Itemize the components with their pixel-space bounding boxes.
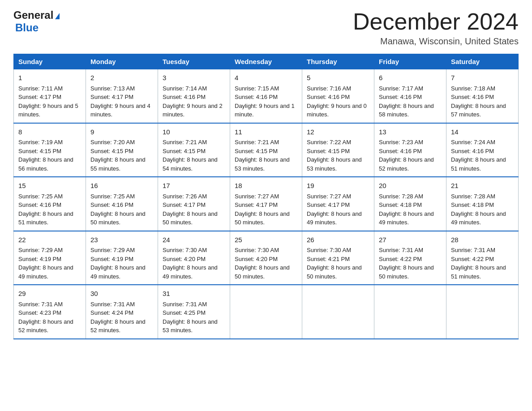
day-number: 21 [451, 181, 514, 191]
day-number: 10 [163, 127, 225, 137]
day-info: Sunrise: 7:11 AMSunset: 4:17 PMDaylight:… [18, 85, 78, 118]
table-row: 30 Sunrise: 7:31 AMSunset: 4:24 PMDaylig… [86, 285, 158, 339]
table-row: 12 Sunrise: 7:22 AMSunset: 4:15 PMDaylig… [302, 123, 374, 177]
day-info: Sunrise: 7:25 AMSunset: 4:16 PMDaylight:… [18, 193, 73, 226]
table-row: 25 Sunrise: 7:30 AMSunset: 4:20 PMDaylig… [230, 231, 302, 285]
day-number: 3 [163, 73, 225, 83]
table-row: 10 Sunrise: 7:21 AMSunset: 4:15 PMDaylig… [158, 123, 230, 177]
col-tuesday: Tuesday [158, 54, 230, 69]
logo-general-text: General [13, 9, 53, 21]
day-number: 22 [18, 235, 81, 245]
calendar-week-row: 1 Sunrise: 7:11 AMSunset: 4:17 PMDayligh… [14, 69, 519, 123]
table-row: 1 Sunrise: 7:11 AMSunset: 4:17 PMDayligh… [14, 69, 86, 123]
location-title: Manawa, Wisconsin, United States [353, 36, 519, 47]
day-number: 17 [163, 181, 225, 191]
day-number: 26 [307, 235, 369, 245]
table-row: 24 Sunrise: 7:30 AMSunset: 4:20 PMDaylig… [158, 231, 230, 285]
day-info: Sunrise: 7:31 AMSunset: 4:24 PMDaylight:… [90, 301, 146, 334]
col-thursday: Thursday [302, 54, 374, 69]
calendar-header-row: Sunday Monday Tuesday Wednesday Thursday… [14, 54, 519, 69]
table-row: 28 Sunrise: 7:31 AMSunset: 4:22 PMDaylig… [446, 231, 519, 285]
table-row: 8 Sunrise: 7:19 AMSunset: 4:15 PMDayligh… [14, 123, 86, 177]
table-row: 2 Sunrise: 7:13 AMSunset: 4:17 PMDayligh… [86, 69, 158, 123]
day-info: Sunrise: 7:31 AMSunset: 4:22 PMDaylight:… [451, 247, 506, 280]
table-row: 23 Sunrise: 7:29 AMSunset: 4:19 PMDaylig… [86, 231, 158, 285]
day-info: Sunrise: 7:23 AMSunset: 4:16 PMDaylight:… [379, 139, 434, 172]
day-info: Sunrise: 7:20 AMSunset: 4:15 PMDaylight:… [90, 139, 146, 172]
col-monday: Monday [86, 54, 158, 69]
day-info: Sunrise: 7:16 AMSunset: 4:16 PMDaylight:… [307, 85, 367, 118]
table-row: 6 Sunrise: 7:17 AMSunset: 4:16 PMDayligh… [374, 69, 446, 123]
title-block: December 2024 Manawa, Wisconsin, United … [353, 9, 519, 47]
day-info: Sunrise: 7:17 AMSunset: 4:16 PMDaylight:… [379, 85, 434, 118]
table-row [374, 285, 446, 339]
logo-triangle-icon [55, 13, 60, 19]
day-number: 8 [18, 127, 81, 137]
day-number: 31 [163, 289, 225, 299]
day-info: Sunrise: 7:27 AMSunset: 4:17 PMDaylight:… [307, 193, 362, 226]
table-row [302, 285, 374, 339]
table-row: 17 Sunrise: 7:26 AMSunset: 4:17 PMDaylig… [158, 177, 230, 231]
day-info: Sunrise: 7:14 AMSunset: 4:16 PMDaylight:… [163, 85, 223, 118]
calendar-week-row: 29 Sunrise: 7:31 AMSunset: 4:23 PMDaylig… [14, 285, 519, 339]
day-number: 4 [235, 73, 297, 83]
table-row: 20 Sunrise: 7:28 AMSunset: 4:18 PMDaylig… [374, 177, 446, 231]
day-number: 6 [379, 73, 442, 83]
table-row: 29 Sunrise: 7:31 AMSunset: 4:23 PMDaylig… [14, 285, 86, 339]
day-number: 5 [307, 73, 369, 83]
table-row: 3 Sunrise: 7:14 AMSunset: 4:16 PMDayligh… [158, 69, 230, 123]
day-number: 20 [379, 181, 442, 191]
day-number: 12 [307, 127, 369, 137]
table-row: 9 Sunrise: 7:20 AMSunset: 4:15 PMDayligh… [86, 123, 158, 177]
day-number: 9 [90, 127, 153, 137]
day-number: 19 [307, 181, 369, 191]
table-row: 7 Sunrise: 7:18 AMSunset: 4:16 PMDayligh… [446, 69, 519, 123]
day-number: 30 [90, 289, 153, 299]
col-saturday: Saturday [446, 54, 519, 69]
day-info: Sunrise: 7:29 AMSunset: 4:19 PMDaylight:… [90, 247, 146, 280]
logo: General Blue [13, 9, 60, 34]
day-number: 13 [379, 127, 442, 137]
col-sunday: Sunday [14, 54, 86, 69]
day-info: Sunrise: 7:26 AMSunset: 4:17 PMDaylight:… [163, 193, 218, 226]
page-header: General Blue December 2024 Manawa, Wisco… [13, 9, 519, 47]
day-info: Sunrise: 7:29 AMSunset: 4:19 PMDaylight:… [18, 247, 73, 280]
day-info: Sunrise: 7:28 AMSunset: 4:18 PMDaylight:… [379, 193, 434, 226]
day-number: 2 [90, 73, 153, 83]
table-row: 5 Sunrise: 7:16 AMSunset: 4:16 PMDayligh… [302, 69, 374, 123]
day-info: Sunrise: 7:30 AMSunset: 4:20 PMDaylight:… [235, 247, 290, 280]
day-info: Sunrise: 7:22 AMSunset: 4:15 PMDaylight:… [307, 139, 362, 172]
day-number: 16 [90, 181, 153, 191]
calendar-week-row: 22 Sunrise: 7:29 AMSunset: 4:19 PMDaylig… [14, 231, 519, 285]
day-info: Sunrise: 7:27 AMSunset: 4:17 PMDaylight:… [235, 193, 290, 226]
table-row: 26 Sunrise: 7:30 AMSunset: 4:21 PMDaylig… [302, 231, 374, 285]
day-number: 24 [163, 235, 225, 245]
col-wednesday: Wednesday [230, 54, 302, 69]
calendar-week-row: 8 Sunrise: 7:19 AMSunset: 4:15 PMDayligh… [14, 123, 519, 177]
logo-blue-text: Blue [15, 21, 39, 34]
table-row: 11 Sunrise: 7:21 AMSunset: 4:15 PMDaylig… [230, 123, 302, 177]
table-row [446, 285, 519, 339]
table-row: 15 Sunrise: 7:25 AMSunset: 4:16 PMDaylig… [14, 177, 86, 231]
col-friday: Friday [374, 54, 446, 69]
table-row: 4 Sunrise: 7:15 AMSunset: 4:16 PMDayligh… [230, 69, 302, 123]
table-row: 27 Sunrise: 7:31 AMSunset: 4:22 PMDaylig… [374, 231, 446, 285]
day-number: 14 [451, 127, 514, 137]
day-info: Sunrise: 7:21 AMSunset: 4:15 PMDaylight:… [235, 139, 290, 172]
day-info: Sunrise: 7:19 AMSunset: 4:15 PMDaylight:… [18, 139, 73, 172]
day-number: 1 [18, 73, 81, 83]
table-row: 22 Sunrise: 7:29 AMSunset: 4:19 PMDaylig… [14, 231, 86, 285]
day-info: Sunrise: 7:13 AMSunset: 4:17 PMDaylight:… [90, 85, 150, 118]
table-row [230, 285, 302, 339]
day-number: 28 [451, 235, 514, 245]
day-info: Sunrise: 7:15 AMSunset: 4:16 PMDaylight:… [235, 85, 295, 118]
day-number: 11 [235, 127, 297, 137]
day-number: 25 [235, 235, 297, 245]
day-info: Sunrise: 7:31 AMSunset: 4:25 PMDaylight:… [163, 301, 218, 334]
day-number: 7 [451, 73, 514, 83]
day-info: Sunrise: 7:28 AMSunset: 4:18 PMDaylight:… [451, 193, 506, 226]
day-number: 27 [379, 235, 442, 245]
day-info: Sunrise: 7:30 AMSunset: 4:21 PMDaylight:… [307, 247, 362, 280]
table-row: 14 Sunrise: 7:24 AMSunset: 4:16 PMDaylig… [446, 123, 519, 177]
table-row: 21 Sunrise: 7:28 AMSunset: 4:18 PMDaylig… [446, 177, 519, 231]
